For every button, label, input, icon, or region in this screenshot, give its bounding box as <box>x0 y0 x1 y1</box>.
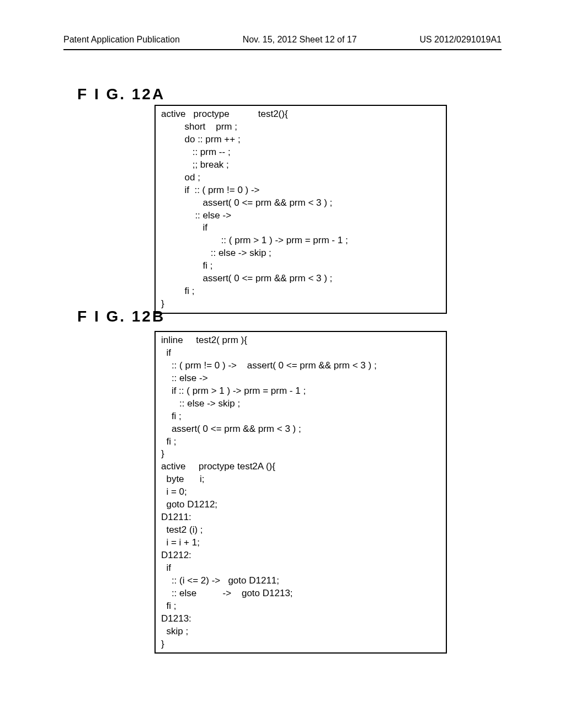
page-header: Patent Application Publication Nov. 15, … <box>63 0 502 50</box>
header-right: US 2012/0291019A1 <box>419 35 502 45</box>
header-center: Nov. 15, 2012 Sheet 12 of 17 <box>243 35 357 45</box>
figure-12a-label: F I G. 12A <box>77 85 165 103</box>
figure-12b-label: F I G. 12B <box>77 308 165 325</box>
header-left: Patent Application Publication <box>63 35 180 45</box>
code-box-12b: inline test2( prm ){ if :: ( prm != 0 ) … <box>154 331 447 654</box>
code-box-12a: active proctype test2(){ short prm ; do … <box>154 105 447 314</box>
